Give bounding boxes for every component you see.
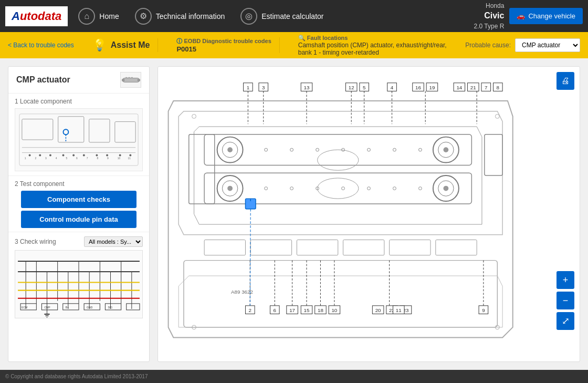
copyright-text: © Copyright and database rights Autodata… (5, 374, 148, 379)
footer: © Copyright and database rights Autodata… (0, 370, 588, 383)
step3-section: 3 Check wiring All models : Sy... (8, 232, 149, 323)
svg-text:20: 20 (375, 307, 381, 313)
nav-estimate[interactable]: ◎ Estimate calculator (240, 8, 323, 25)
svg-text:6: 6 (76, 157, 78, 160)
svg-point-20 (106, 154, 108, 157)
svg-rect-3 (125, 77, 128, 78)
eobd-section: ⓘ EOBD Diagnostic trouble codes P0015 (169, 37, 279, 53)
fit-view-button[interactable]: ⤢ (556, 312, 574, 330)
svg-point-170 (265, 187, 268, 190)
component-checks-button[interactable]: Component checks (21, 191, 136, 208)
change-vehicle-button[interactable]: 🚗 Change vehicle (509, 8, 583, 24)
step3-label: 3 Check wiring (15, 238, 56, 245)
svg-point-176 (418, 187, 422, 190)
assist-section: 💡 Assist Me (85, 38, 159, 52)
svg-text:2: 2 (35, 157, 36, 160)
eobd-title: ⓘ EOBD Diagnostic trouble codes (176, 37, 271, 45)
svg-text:12: 12 (349, 85, 354, 90)
component-icon-svg (122, 74, 140, 87)
probable-cause-label: Probable cause: (465, 42, 511, 49)
zoom-out-button[interactable]: − (556, 292, 574, 309)
zoom-in-icon: + (563, 275, 569, 286)
svg-point-169 (418, 148, 422, 151)
svg-text:19: 19 (429, 85, 435, 90)
svg-text:9: 9 (107, 157, 109, 160)
svg-text:8: 8 (497, 85, 500, 90)
svg-point-165 (316, 148, 319, 151)
svg-point-163 (265, 148, 268, 151)
fault-section: 🔍 Fault locations Camshaft position (CMP… (290, 35, 455, 56)
left-panel: CMP actuator 1 Locate component (8, 66, 150, 362)
svg-point-167 (368, 148, 371, 151)
zoom-in-button[interactable]: + (556, 271, 574, 289)
tech-info-icon: ⚙ (135, 8, 152, 25)
component-header: CMP actuator (8, 67, 149, 94)
svg-rect-84 (204, 240, 245, 255)
svg-text:1: 1 (25, 157, 26, 160)
fault-title: 🔍 Fault locations (298, 35, 447, 42)
change-vehicle-label: Change vehicle (528, 12, 575, 20)
svg-text:13: 13 (304, 85, 310, 90)
svg-text:A89 3622: A89 3622 (231, 289, 253, 295)
svg-text:GND: GND (87, 306, 93, 309)
svg-rect-88 (390, 240, 430, 255)
svg-point-171 (290, 187, 293, 190)
svg-text:10: 10 (331, 307, 337, 313)
svg-text:11: 11 (396, 307, 402, 313)
top-navigation: Autodata ⌂ Home ⚙ Technical information … (0, 0, 588, 32)
svg-rect-86 (297, 240, 338, 255)
svg-rect-2 (137, 79, 140, 81)
nav-items: ⌂ Home ⚙ Technical information ◎ Estimat… (78, 8, 474, 25)
wiring-model-select[interactable]: All models : Sy... (84, 236, 143, 247)
back-to-trouble-codes[interactable]: Back to trouble codes (8, 42, 74, 49)
main-diagram-area: 🖨 (158, 66, 580, 362)
svg-text:2: 2 (249, 307, 251, 313)
svg-text:18: 18 (318, 307, 323, 313)
svg-text:3: 3 (262, 85, 265, 90)
svg-text:1: 1 (247, 85, 249, 90)
svg-text:ECM: ECM (22, 306, 27, 309)
nav-home[interactable]: ⌂ Home (78, 8, 119, 25)
svg-text:10: 10 (118, 157, 121, 160)
svg-point-23 (64, 129, 69, 134)
step1-section: 1 Locate component (8, 94, 149, 176)
svg-rect-0 (122, 78, 139, 82)
assist-label: Assist Me (111, 40, 150, 50)
step2-section: 2 Test component Component checks Contro… (8, 176, 149, 232)
nav-home-label: Home (99, 12, 119, 20)
engine-location-diagram: 1 3 13 12 5 4 (158, 67, 580, 361)
svg-text:8: 8 (97, 157, 98, 160)
svg-point-21 (119, 154, 121, 157)
svg-text:4: 4 (391, 85, 394, 90)
svg-point-164 (290, 148, 293, 151)
svg-point-72 (227, 147, 233, 152)
print-button[interactable]: 🖨 (556, 72, 574, 90)
home-icon: ⌂ (78, 8, 95, 25)
svg-rect-5 (131, 77, 133, 78)
estimate-icon: ◎ (240, 8, 257, 25)
nav-tech-info[interactable]: ⚙ Technical information (135, 8, 225, 25)
svg-text:21: 21 (470, 85, 476, 90)
svg-point-81 (443, 186, 448, 191)
svg-point-18 (83, 154, 85, 157)
svg-text:11: 11 (128, 157, 131, 160)
eobd-code: P0015 (176, 45, 271, 53)
fit-view-icon: ⤢ (562, 315, 570, 327)
svg-point-14 (39, 154, 41, 157)
svg-rect-4 (128, 77, 130, 78)
component-image (120, 72, 141, 88)
zoom-out-icon: − (563, 295, 569, 306)
svg-point-19 (96, 154, 98, 157)
vehicle-make: Honda (474, 2, 505, 11)
control-module-button[interactable]: Control module pin data (21, 211, 136, 228)
svg-point-161 (318, 150, 359, 170)
step2-label: 2 Test component (15, 180, 143, 188)
svg-rect-83 (485, 134, 502, 175)
main-content: CMP actuator 1 Locate component (0, 58, 588, 370)
zoom-controls: + − ⤢ (556, 271, 574, 330)
svg-point-175 (393, 187, 396, 190)
svg-point-91 (192, 115, 196, 119)
component-title: CMP actuator (16, 75, 70, 85)
svg-text:15: 15 (304, 307, 310, 313)
probable-cause-select[interactable]: CMP actuator (515, 38, 580, 52)
